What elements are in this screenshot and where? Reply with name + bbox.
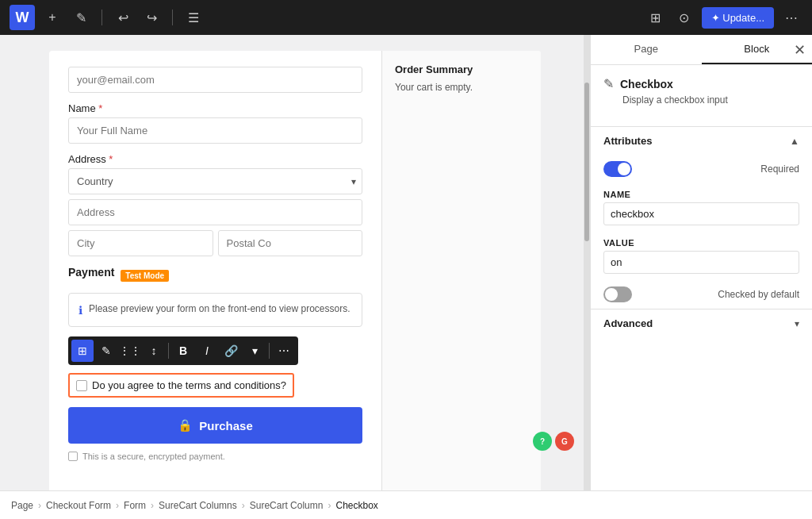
purchase-button[interactable]: 🔒 Purchase (68, 407, 362, 444)
component-name: Checkbox (620, 78, 673, 90)
toolbar-left: W + ✎ ↩ ↪ ☰ (10, 5, 205, 30)
advanced-label: Advanced (603, 317, 653, 329)
menu-button[interactable]: ☰ (182, 6, 205, 29)
ft-bold-button[interactable]: B (172, 340, 194, 362)
required-label: Required (760, 163, 799, 175)
avatar-green: ? (533, 432, 552, 451)
purchase-icon: 🔒 (178, 418, 193, 432)
payment-label: Payment (68, 266, 114, 279)
main-area: Name * Address * Country ▾ (0, 35, 812, 490)
toolbar-right: ⊞ ⊙ ✦ Update... ⋯ (645, 6, 802, 29)
checked-toggle-knob (605, 288, 618, 301)
component-desc: Display a checkbox input (603, 94, 799, 106)
address-field-wrapper: Address * Country ▾ (68, 153, 362, 256)
payment-section: Payment Test Mode ℹ Please preview your … (68, 266, 362, 327)
wordpress-logo[interactable]: W (10, 5, 35, 30)
canvas-avatars: ? G (533, 432, 574, 451)
checked-default-label: Checked by default (718, 289, 799, 300)
tab-page[interactable]: Page (591, 35, 702, 64)
toolbar-divider (102, 10, 102, 25)
canvas-content: Name * Address * Country ▾ (49, 51, 541, 490)
chevron-up-icon: ▲ (790, 136, 799, 147)
address-input[interactable] (68, 199, 362, 225)
breadcrumb-checkout-form[interactable]: Checkout Form (46, 500, 111, 511)
cart-empty-text: Your cart is empty. (395, 82, 528, 93)
order-summary-section: Order Summary Your cart is empty. (382, 51, 541, 490)
update-button[interactable]: ✦ Update... (702, 7, 774, 29)
checkbox-component-icon: ✎ (603, 76, 614, 91)
ft-move-button[interactable]: ⋮⋮ (119, 340, 141, 362)
ft-divider (168, 343, 169, 359)
info-icon: ℹ (79, 304, 82, 317)
chevron-down-icon: ▾ (795, 318, 799, 329)
breadcrumb-sep-3: › (151, 500, 154, 511)
checkbox-label: Do you agree to the terms and conditions… (92, 379, 286, 391)
ft-italic-button[interactable]: I (196, 340, 218, 362)
ft-block-button[interactable]: ⊞ (71, 340, 94, 362)
required-row: Required (591, 155, 812, 183)
payment-header: Payment Test Mode (68, 266, 362, 285)
layout-button[interactable]: ⊞ (645, 6, 667, 29)
address-label: Address * (68, 153, 362, 165)
toggle-knob (618, 163, 630, 175)
ft-dropdown-button[interactable]: ▾ (243, 340, 266, 362)
top-toolbar: W + ✎ ↩ ↪ ☰ ⊞ ⊙ ✦ Update... ⋯ (0, 0, 812, 35)
name-field-input[interactable] (603, 202, 799, 225)
breadcrumb-surecart-column[interactable]: SureCart Column (250, 500, 324, 511)
sidebar-close-button[interactable]: ✕ (794, 41, 806, 59)
form-section: Name * Address * Country ▾ (49, 51, 382, 490)
floating-toolbar: ⊞ ✎ ⋮⋮ ↕ B I 🔗 ▾ ⋯ (68, 336, 298, 365)
value-field-input[interactable] (603, 251, 799, 274)
redo-button[interactable]: ↪ (140, 6, 163, 29)
name-field-label: NAME (603, 190, 799, 199)
canvas-scroll-thumb[interactable] (584, 83, 589, 241)
ft-link-button[interactable]: 🔗 (220, 340, 242, 362)
attributes-header[interactable]: Attributes ▲ (591, 126, 812, 155)
email-input[interactable] (68, 67, 362, 93)
checked-default-toggle[interactable] (603, 286, 632, 302)
city-postal-row (68, 230, 362, 256)
pencil-button[interactable]: ✎ (70, 6, 92, 29)
breadcrumb-sep-4: › (242, 500, 245, 511)
canvas-scroll-track[interactable] (584, 35, 590, 490)
required-toggle[interactable] (603, 161, 632, 177)
breadcrumb-checkbox[interactable]: Checkbox (335, 500, 377, 511)
sidebar-tabs: Page Block ✕ (591, 35, 812, 65)
ft-arrows-button[interactable]: ↕ (143, 340, 165, 362)
email-field-wrapper (68, 67, 362, 93)
name-input[interactable] (68, 117, 362, 144)
more-options-button[interactable]: ⋯ (780, 6, 802, 29)
breadcrumb-surecart-columns[interactable]: SureCart Columns (159, 500, 237, 511)
add-button[interactable]: + (41, 6, 63, 29)
component-info-section: ✎ Checkbox Display a checkbox input (591, 65, 812, 126)
name-label: Name * (68, 102, 362, 114)
ft-edit-button[interactable]: ✎ (95, 340, 117, 362)
value-field-label: VALUE (603, 238, 799, 248)
checkbox-field[interactable]: Do you agree to the terms and conditions… (68, 373, 294, 398)
test-mode-badge: Test Mode (121, 270, 169, 282)
purchase-label: Purchase (199, 419, 253, 432)
breadcrumb-sep-5: › (327, 500, 331, 511)
share-button[interactable]: ⊙ (673, 6, 695, 29)
name-field-group: NAME (591, 183, 812, 232)
canvas-area: Name * Address * Country ▾ (0, 35, 590, 490)
country-select[interactable]: Country (68, 168, 362, 194)
breadcrumb-sep-2: › (116, 500, 119, 511)
ft-more-button[interactable]: ⋯ (273, 340, 295, 362)
secure-label: This is a secure, encrypted payment. (82, 452, 225, 461)
undo-button[interactable]: ↩ (112, 6, 134, 29)
breadcrumb-form[interactable]: Form (124, 500, 146, 511)
payment-info-text: Please preview your form on the front-en… (89, 303, 350, 314)
postal-input[interactable] (218, 230, 363, 256)
city-input[interactable] (68, 230, 213, 256)
advanced-header[interactable]: Advanced ▾ (591, 309, 812, 337)
checkbox-box[interactable] (76, 380, 87, 391)
order-summary-title: Order Summary (395, 63, 528, 75)
breadcrumb-page[interactable]: Page (11, 500, 33, 511)
value-field-group: VALUE (591, 232, 812, 280)
secure-checkbox-icon (68, 452, 78, 461)
toolbar-divider-2 (172, 10, 173, 25)
payment-info-box: ℹ Please preview your form on the front-… (68, 293, 362, 327)
name-field-wrapper: Name * (68, 102, 362, 144)
attributes-label: Attributes (603, 135, 652, 147)
